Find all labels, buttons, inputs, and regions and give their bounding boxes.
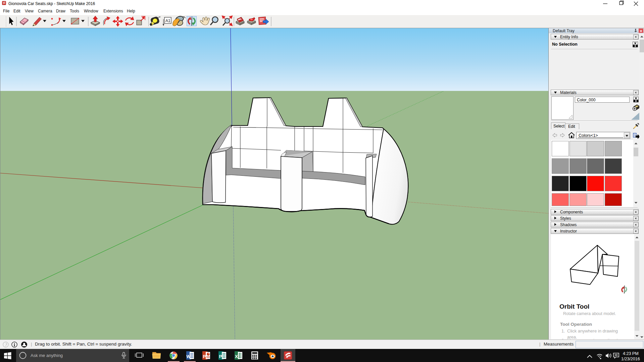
- svg-text:X: X: [235, 354, 238, 359]
- svg-text:4:23 PM: 4:23 PM: [623, 351, 639, 356]
- svg-text:W: W: [187, 354, 191, 359]
- svg-text:P: P: [203, 354, 206, 359]
- svg-text:A1: A1: [165, 18, 170, 23]
- svg-text:P: P: [219, 354, 222, 359]
- svg-text:Ask me anything: Ask me anything: [31, 353, 63, 358]
- svg-text:1/23/2016: 1/23/2016: [621, 357, 640, 361]
